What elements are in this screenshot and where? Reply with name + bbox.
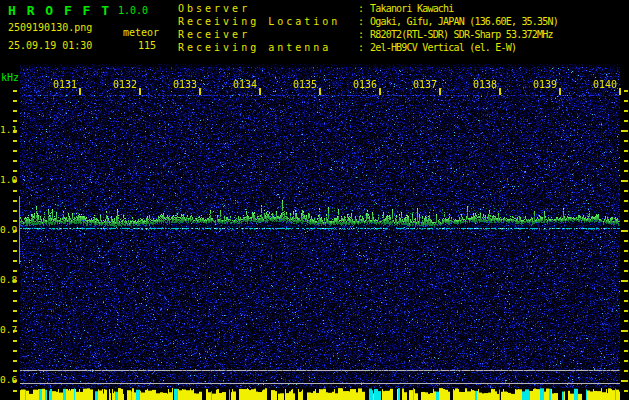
freq-minor-tick [13,310,17,312]
info-label: Observer [178,3,250,14]
time-tick [199,88,201,95]
hrofft-screen: H R O F F T 1.0.0 2509190130.png meteor … [0,0,629,400]
right-minor-tick [624,90,628,92]
right-minor-tick [624,310,628,312]
right-major-tick [621,130,628,132]
right-minor-tick [624,260,628,262]
freq-minor-tick [13,180,17,182]
info-row: Receiving Location:Ogaki, Gifu, JAPAN (1… [178,16,628,28]
freq-minor-tick [13,120,17,122]
time-tick-label: 0138 [453,79,497,90]
freq-minor-tick [13,100,17,102]
right-minor-tick [624,290,628,292]
freq-minor-tick [13,340,17,342]
right-minor-tick [624,110,628,112]
freq-minor-tick [13,250,17,252]
app-version: 1.0.0 [118,5,148,16]
right-minor-tick [624,250,628,252]
right-major-tick [621,180,628,182]
time-tick [379,88,381,95]
right-minor-tick [624,120,628,122]
info-value: 2el-HB9CV Vertical (el. E-W) [370,42,516,53]
right-major-tick [621,380,628,382]
freq-minor-tick [13,330,17,332]
time-tick [79,88,81,95]
freq-minor-tick [13,270,17,272]
time-tick-label: 0135 [273,79,317,90]
right-minor-tick [624,150,628,152]
right-minor-tick [624,270,628,272]
right-minor-tick [624,190,628,192]
time-tick [319,88,321,95]
right-minor-tick [624,300,628,302]
right-minor-tick [624,170,628,172]
freq-minor-tick [13,200,17,202]
time-tick [439,88,441,95]
freq-minor-tick [13,360,17,362]
freq-minor-tick [13,260,17,262]
freq-unit-label: kHz [1,72,19,83]
freq-minor-tick [13,230,17,232]
time-tick [499,88,501,95]
info-row: Observer:Takanori Kawachi [178,3,628,15]
freq-minor-tick [13,150,17,152]
right-minor-tick [624,240,628,242]
spectrogram-canvas [20,64,620,400]
freq-minor-tick [13,160,17,162]
info-row: Receiver:R820T2(RTL-SDR) SDR-Sharp 53.37… [178,29,628,41]
right-major-tick [621,330,628,332]
freq-minor-tick [13,350,17,352]
right-minor-tick [624,140,628,142]
freq-minor-tick [13,140,17,142]
info-value: Takanori Kawachi [370,3,454,14]
time-tick-label: 0131 [33,79,77,90]
right-minor-tick [624,350,628,352]
right-minor-tick [624,220,628,222]
freq-minor-tick [13,240,17,242]
freq-minor-tick [13,370,17,372]
right-minor-tick [624,390,628,392]
time-tick [559,88,561,95]
output-filename: 2509190130.png [8,22,92,33]
observation-datetime: 25.09.19 01:30 [8,40,92,51]
time-tick-label: 0136 [333,79,377,90]
freq-minor-tick [13,280,17,282]
freq-minor-tick [13,170,17,172]
right-minor-tick [624,320,628,322]
right-major-tick [621,230,628,232]
info-label: Receiver [178,29,250,40]
time-tick-label: 0133 [153,79,197,90]
info-separator: : [358,16,364,27]
time-tick [139,88,141,95]
right-minor-tick [624,370,628,372]
info-label: Receiving Location [178,16,340,27]
signal-band-marker [19,196,20,264]
time-tick [259,88,261,95]
time-tick-label: 0137 [393,79,437,90]
right-major-tick [621,280,628,282]
info-separator: : [358,42,364,53]
freq-minor-tick [13,390,17,392]
freq-minor-tick [13,220,17,222]
freq-minor-tick [13,290,17,292]
right-minor-tick [624,160,628,162]
mode-label: meteor [123,27,159,38]
echo-count: 115 [138,40,156,51]
right-minor-tick [624,340,628,342]
freq-minor-tick [13,90,17,92]
app-title: H R O F F T [8,3,111,18]
time-tick-label: 0139 [513,79,557,90]
right-minor-tick [624,100,628,102]
freq-minor-tick [13,110,17,112]
right-minor-tick [624,360,628,362]
time-tick-label: 0132 [93,79,137,90]
freq-minor-tick [13,210,17,212]
info-row: Receiving antenna:2el-HB9CV Vertical (el… [178,42,628,54]
freq-minor-tick [13,380,17,382]
freq-minor-tick [13,190,17,192]
freq-minor-tick [13,300,17,302]
right-minor-tick [624,200,628,202]
right-minor-tick [624,210,628,212]
info-separator: : [358,3,364,14]
time-tick-label: 0140 [573,79,617,90]
